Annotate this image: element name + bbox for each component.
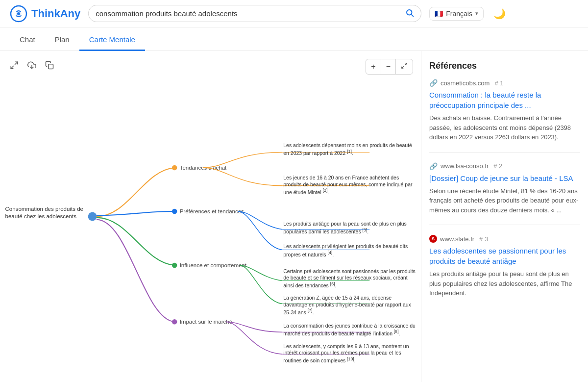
svg-point-15	[172, 209, 177, 214]
svg-line-3	[412, 14, 414, 16]
svg-point-1	[17, 12, 20, 15]
branch-preferences: Préférences et tendances Les produits an…	[97, 208, 417, 257]
dark-mode-button[interactable]: 🌙	[493, 8, 506, 20]
main-layout: + − Consommation des produits de beauté …	[0, 51, 588, 382]
logo-icon	[10, 5, 27, 23]
svg-point-19	[172, 263, 177, 268]
zoom-in-button[interactable]: +	[366, 59, 381, 74]
tab-chat[interactable]: Chat	[10, 29, 45, 51]
zoom-controls: + −	[366, 59, 413, 75]
zoom-fit-button[interactable]	[396, 59, 413, 74]
branch-impact: Impact sur le marché La consommation des…	[97, 220, 417, 364]
sidebar: Références 🔗 cosmeticobs.com # 1 Consomm…	[421, 51, 588, 382]
ref-desc-2: Selon une récente étude Mintel, 81 % des…	[429, 186, 580, 215]
lang-flag: 🇫🇷	[435, 10, 443, 18]
ref-link-1[interactable]: Consommation : la beauté reste la préocc…	[429, 90, 580, 110]
lang-label: Français	[446, 10, 472, 18]
reference-item-3: S www.slate.fr # 3 Les adolescentes se p…	[429, 235, 580, 308]
svg-text:Préférences et tendances: Préférences et tendances	[180, 208, 244, 214]
ref-domain-3: S www.slate.fr # 3	[429, 235, 580, 243]
reference-item-2: 🔗 www.lsa-conso.fr # 2 [Dossier] Coup de…	[429, 162, 580, 226]
search-bar	[88, 5, 421, 22]
svg-line-5	[11, 66, 13, 69]
svg-text:Influence et comportement: Influence et comportement	[180, 262, 247, 268]
chevron-down-icon: ▾	[475, 10, 478, 17]
svg-line-4	[15, 62, 18, 64]
tab-plan[interactable]: Plan	[45, 29, 79, 51]
header: ThinkAny 🇫🇷 Français ▾ 🌙	[0, 0, 588, 27]
ref-desc-1: Des achats en baisse. Contrairement à l'…	[429, 113, 580, 142]
zoom-out-button[interactable]: −	[381, 59, 396, 74]
svg-line-8	[405, 63, 407, 65]
ref-link-3[interactable]: Les adolescentes se passionnent pour les…	[429, 246, 580, 266]
svg-line-9	[402, 66, 404, 68]
download-button[interactable]	[25, 59, 38, 74]
ref-domain-2: 🔗 www.lsa-conso.fr # 2	[429, 162, 580, 170]
ref-link-2[interactable]: [Dossier] Coup de jeune sur la beauté - …	[429, 173, 580, 183]
svg-text:Impact sur le marché: Impact sur le marché	[180, 319, 233, 325]
reference-item-1: 🔗 cosmeticobs.com # 1 Consommation : la …	[429, 79, 580, 153]
branch-tendances: Tendances d'achat Les adolescents dépens…	[97, 142, 417, 217]
language-selector[interactable]: 🇫🇷 Français ▾	[429, 7, 484, 21]
svg-rect-7	[49, 64, 53, 69]
search-input[interactable]	[96, 9, 401, 18]
svg-point-11	[172, 165, 177, 170]
tabs-bar: Chat Plan Carte Mentale	[0, 27, 588, 51]
link-icon-2: 🔗	[429, 162, 438, 170]
toolbar	[8, 59, 56, 74]
copy-button[interactable]	[43, 59, 56, 74]
slate-icon: S	[429, 235, 437, 243]
svg-point-23	[172, 319, 177, 324]
ref-domain-1: 🔗 cosmeticobs.com # 1	[429, 79, 580, 87]
references-title: Références	[429, 61, 580, 71]
svg-point-10	[88, 212, 97, 221]
logo-text: ThinkAny	[31, 7, 80, 20]
mindmap-area: + − Consommation des produits de beauté …	[0, 51, 421, 382]
fullscreen-button[interactable]	[8, 59, 21, 74]
ref-desc-3: Les produits antiâge pour la peau sont d…	[429, 269, 580, 298]
tab-carte-mentale[interactable]: Carte Mentale	[79, 29, 145, 51]
mindmap-svg: Consommation des produits de beauté chez…	[0, 51, 421, 382]
logo[interactable]: ThinkAny	[10, 5, 80, 23]
root-node: Consommation des produits de beauté chez…	[5, 205, 96, 230]
link-icon-1: 🔗	[429, 79, 438, 87]
search-button[interactable]	[405, 8, 414, 19]
